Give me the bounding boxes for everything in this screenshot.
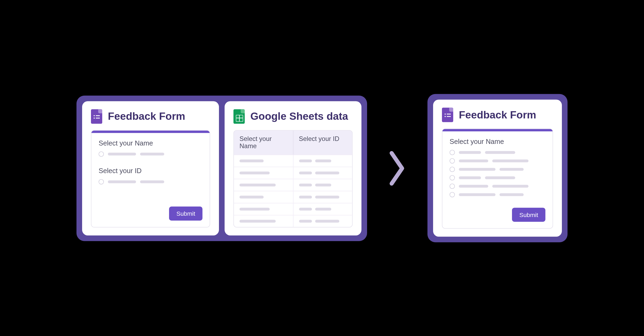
submit-row: Submit [99,206,203,221]
placeholder-text [140,152,164,155]
table-cell [234,179,293,191]
question-id: Select your ID [99,167,203,188]
table-cell [234,191,293,203]
sheets-body: Select your Name Select your ID [233,130,353,227]
table-row [234,154,352,166]
form-body: Select your Name Select your ID [91,130,210,227]
option-row[interactable] [450,192,546,197]
placeholder-text [459,151,481,154]
radio-icon [450,158,455,163]
table-row [234,166,352,178]
radio-icon [450,192,455,197]
placeholder-text [315,159,331,162]
placeholder-text [492,185,529,188]
option-row[interactable] [450,175,546,180]
table-row [234,215,352,227]
question-label: Select your ID [99,167,203,175]
google-forms-icon [91,109,102,124]
option-row[interactable] [450,158,546,163]
placeholder-text [315,195,339,198]
table-cell [293,155,352,167]
placeholder-text [299,195,312,198]
input-panel-group: Feedback Form Select your Name Select [76,95,367,241]
question-name: Select your Name [99,139,203,160]
placeholder-text [315,171,339,174]
placeholder-text [108,152,136,155]
placeholder-text [315,219,339,222]
placeholder-text [240,171,270,174]
table-row [234,178,352,191]
google-sheets-card: Google Sheets data Select your Name Sele… [225,101,361,235]
question-label: Select your Name [450,138,546,146]
placeholder-text [299,183,312,186]
placeholder-text [500,168,524,171]
radio-icon [450,184,455,189]
placeholder-text [140,180,164,183]
table-cell [234,167,293,179]
option-row[interactable] [450,150,546,155]
radio-icon [450,175,455,180]
table-cell [293,167,352,179]
radio-icon [99,151,104,156]
submit-button[interactable]: Submit [169,206,202,221]
option-row[interactable] [99,151,203,156]
table-cell [234,215,293,227]
question-label: Select your Name [99,139,203,147]
placeholder-text [485,151,515,154]
placeholder-text [315,183,331,186]
card-title: Feedback Form [459,109,536,121]
placeholder-text [240,159,264,162]
placeholder-text [492,159,529,162]
placeholder-text [299,219,312,222]
sheets-rows-container [234,154,352,227]
placeholder-text [299,171,312,174]
question-name: Select your Name [450,138,546,200]
placeholder-text [315,207,331,210]
radio-icon [450,150,455,155]
google-sheets-icon [233,109,245,124]
options-container [450,150,546,197]
form-body: Select your Name Submit [442,128,553,229]
placeholder-text [299,207,312,210]
placeholder-text [459,185,488,188]
submit-button[interactable]: Submit [512,208,545,222]
option-row[interactable] [450,184,546,189]
sheets-header-cell: Select your ID [293,130,352,154]
form-inner: Select your Name Submit [442,131,553,228]
placeholder-text [240,195,264,198]
card-header: Google Sheets data [233,109,353,124]
table-cell [234,155,293,167]
sheets-header-row: Select your Name Select your ID [234,130,352,154]
sheets-header-cell: Select your Name [234,130,293,154]
placeholder-text [459,193,496,196]
table-cell [293,215,352,227]
table-cell [234,203,293,215]
card-header: Feedback Form [91,109,210,124]
table-row [234,203,352,215]
table-cell [293,191,352,203]
placeholder-text [240,219,276,222]
table-row [234,191,352,203]
placeholder-text [299,159,312,162]
placeholder-text [240,207,270,210]
table-cell [293,179,352,191]
placeholder-text [459,168,496,171]
table-cell [293,203,352,215]
form-accent-bar [92,130,210,133]
option-row[interactable] [450,167,546,172]
radio-icon [99,179,104,184]
arrow-icon [387,148,407,188]
google-forms-icon [442,107,453,122]
placeholder-text [459,176,481,179]
feedback-form-before-card: Feedback Form Select your Name Select [82,101,219,235]
submit-row: Submit [450,208,546,222]
form-accent-bar [442,129,553,131]
card-title: Feedback Form [108,110,185,122]
output-panel-group: Feedback Form Select your Name Submit [427,94,568,242]
card-header: Feedback Form [442,107,553,122]
option-row[interactable] [99,179,203,184]
card-title: Google Sheets data [250,110,348,122]
radio-icon [450,167,455,172]
feedback-form-after-card: Feedback Form Select your Name Submit [433,99,562,237]
placeholder-text [240,183,276,186]
